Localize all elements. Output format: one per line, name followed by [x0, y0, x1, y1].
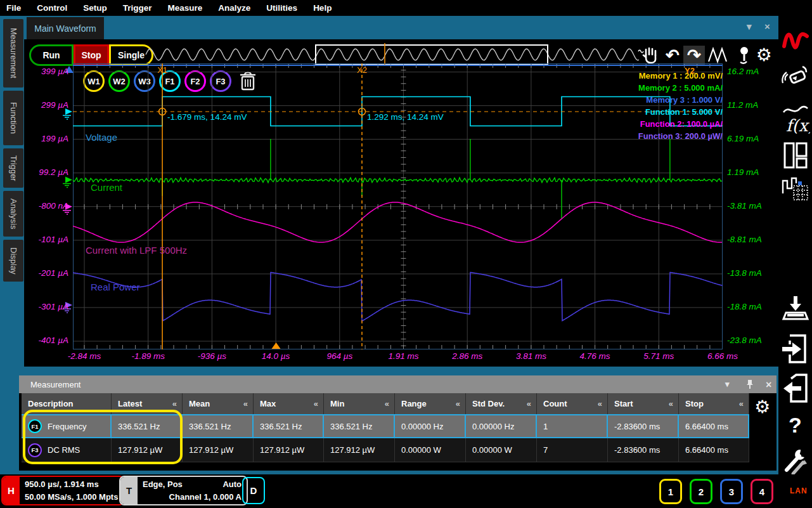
marker-text: 1.292 ms, 14.24 mV	[367, 112, 444, 122]
time-axis-label: 6.66 ms	[694, 351, 751, 361]
column-header-label: Latest	[118, 399, 142, 408]
display-settings-gear-icon[interactable]: ⚙	[753, 46, 775, 65]
panel-collapse-caret-icon[interactable]: ▾	[725, 379, 730, 389]
undo-icon[interactable]: ↶	[662, 46, 683, 65]
menu-item-help[interactable]: Help	[313, 3, 332, 13]
collapse-column-icon[interactable]: «	[314, 399, 318, 408]
trigger-info: Edge, PosAuto Channel 1, 0.000 A	[138, 477, 247, 504]
channel-button-1[interactable]: 1	[659, 479, 682, 504]
ground-reference-marker[interactable]	[65, 177, 72, 183]
measurement-row-frequency[interactable]: F1Frequency336.521 Hz336.521 Hz336.521 H…	[22, 414, 749, 438]
description-cell: F3DC RMS	[22, 438, 112, 462]
probe-setup-icon[interactable]	[778, 64, 812, 93]
collapse-column-icon[interactable]: «	[669, 399, 673, 408]
horizontal-settings-block[interactable]: H 950.0 µs/, 1.914 ms 50.00 MSa/s, 1.000…	[1, 476, 124, 505]
menu-item-measure[interactable]: Measure	[168, 3, 203, 13]
menu-item-trigger[interactable]: Trigger	[123, 3, 152, 13]
collapse-column-icon[interactable]: «	[456, 399, 460, 408]
trigger-position-marker[interactable]	[272, 342, 281, 349]
help-icon[interactable]: ?	[778, 413, 812, 438]
time-axis-label: -1.89 ms	[120, 351, 177, 361]
column-header-min[interactable]: Min«	[324, 393, 395, 414]
channel-button-3[interactable]: 3	[720, 479, 743, 504]
menu-item-setup[interactable]: Setup	[83, 3, 107, 13]
column-header-latest[interactable]: Latest«	[112, 393, 183, 414]
collapse-column-icon[interactable]: «	[385, 399, 389, 408]
keysight-logo-icon	[778, 27, 812, 53]
tab-main-waveform[interactable]: Main Waveform	[27, 17, 104, 39]
pan-hand-icon[interactable]	[638, 46, 659, 65]
redo-icon[interactable]: ↷	[683, 46, 705, 65]
column-header-label: Std Dev.	[472, 399, 505, 408]
sidebar-item-display[interactable]: Display	[3, 240, 23, 282]
ground-symbol	[63, 115, 71, 119]
panel-close-icon[interactable]: ×	[766, 379, 771, 391]
collapse-column-icon[interactable]: «	[527, 399, 531, 408]
save-session-icon[interactable]	[778, 294, 812, 323]
column-header-label: Max	[260, 399, 276, 408]
menu-item-analyze[interactable]: Analyze	[218, 3, 250, 13]
channel-button-4[interactable]: 4	[751, 479, 773, 504]
column-header-start[interactable]: Start«	[608, 393, 679, 414]
trigger-settings-block[interactable]: T Edge, PosAuto Channel 1, 0.000 A	[119, 476, 248, 505]
recall-file-icon[interactable]	[778, 333, 812, 365]
ground-symbol	[63, 184, 71, 188]
right-axis-label: 1.19 mA	[727, 167, 778, 177]
tab-close-icon[interactable]: ×	[764, 21, 770, 32]
zigzag-waveform-icon[interactable]	[707, 46, 729, 65]
layout-split-icon[interactable]	[778, 141, 812, 169]
measurement-row-dc-rms[interactable]: F3DC RMS127.912 µW127.912 µW127.912 µW12…	[22, 438, 749, 462]
column-header-std-dev-[interactable]: Std Dev.«	[466, 393, 537, 414]
status-bar: H 950.0 µs/, 1.914 ms 50.00 MSa/s, 1.000…	[0, 474, 812, 508]
measurement-panel: Measurement ▾ × DescriptionLatest«Mean«M…	[19, 375, 777, 471]
column-header-max[interactable]: Max«	[254, 393, 324, 414]
collapse-column-icon[interactable]: «	[243, 399, 248, 408]
sidebar-item-trigger[interactable]: Trigger	[3, 148, 23, 188]
export-file-icon[interactable]	[778, 372, 812, 404]
column-header-label: Count	[543, 399, 567, 408]
column-header-mean[interactable]: Mean«	[183, 393, 254, 414]
column-header-label: Min	[330, 399, 344, 408]
sidebar-item-analysis[interactable]: Analysis	[3, 191, 23, 237]
column-header-description[interactable]: Description	[22, 393, 112, 414]
sidebar-item-function[interactable]: Function	[3, 91, 23, 145]
trace-label: Real Power	[91, 282, 140, 292]
run-button[interactable]: Run	[29, 44, 74, 66]
value-cell: 127.912 µW	[324, 438, 395, 462]
panel-pin-icon[interactable]	[745, 379, 754, 391]
digital-channels-button[interactable]: D	[242, 477, 265, 504]
column-header-label: Stop	[685, 399, 704, 408]
tab-bar: Main Waveform ▾ ×	[24, 16, 778, 39]
menu-item-control[interactable]: Control	[37, 3, 67, 13]
measurement-settings-gear-icon[interactable]: ⚙	[754, 398, 770, 416]
waveform-table-icon[interactable]	[778, 174, 812, 204]
right-axis-label: -3.81 mA	[727, 201, 778, 211]
trigger-badge: T	[120, 477, 138, 504]
stop-button[interactable]: Stop	[74, 44, 109, 66]
measurement-table-header: DescriptionLatest«Mean«Max«Min«Range«Std…	[22, 393, 749, 414]
collapse-column-icon[interactable]: «	[739, 399, 744, 408]
value-cell: 7	[537, 438, 608, 462]
left-axis-label: -800 nA	[24, 201, 68, 211]
column-header-stop[interactable]: Stop«	[679, 393, 749, 414]
function-fx-icon[interactable]: f(x)	[778, 103, 812, 136]
value-cell: 0.00000 Hz	[466, 414, 537, 438]
menu-item-file[interactable]: File	[6, 3, 21, 13]
collapse-column-icon[interactable]: «	[598, 399, 602, 408]
trace-label: Current	[91, 182, 122, 193]
time-axis-label: 5.71 ms	[630, 351, 687, 361]
marker-pin-icon[interactable]	[733, 46, 754, 65]
collapse-column-icon[interactable]: «	[172, 399, 177, 408]
left-axis-label: -201 µA	[24, 268, 68, 278]
tab-caret-icon[interactable]: ▾	[747, 21, 752, 32]
overview-zoom-window[interactable]	[316, 45, 548, 64]
right-axis-label: 11.2 mA	[727, 100, 778, 110]
sidebar-item-measurement[interactable]: Measurement	[3, 19, 23, 88]
timebase-overview-strip[interactable]	[143, 43, 641, 66]
utilities-tools-icon[interactable]	[778, 446, 812, 476]
menu-item-utilities[interactable]: Utilities	[266, 3, 297, 13]
column-header-range[interactable]: Range«	[395, 393, 466, 414]
channel-button-2[interactable]: 2	[690, 479, 712, 504]
ground-symbol	[63, 211, 71, 214]
column-header-count[interactable]: Count«	[537, 393, 608, 414]
